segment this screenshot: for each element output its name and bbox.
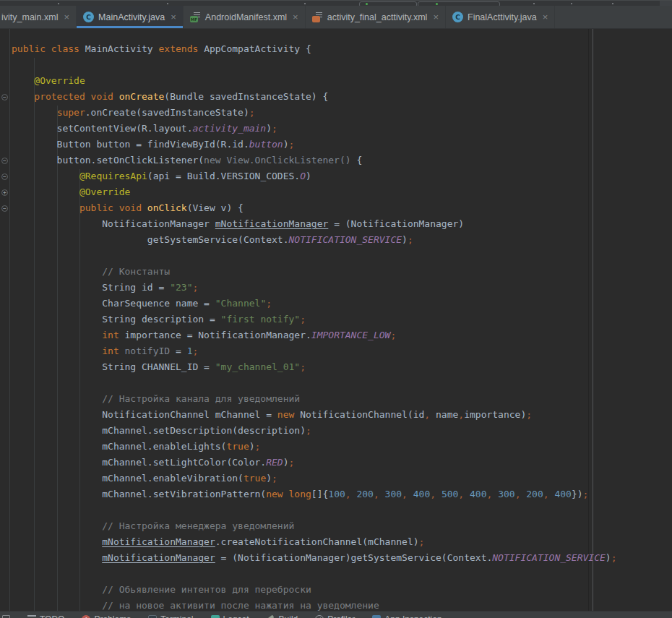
- android-studio-window: { "accent_colors": { "tab_underline": "#…: [0, 0, 672, 618]
- code-line: Button button = findViewById(R.id.button…: [0, 137, 672, 153]
- file-type-badge: [312, 16, 320, 22]
- tab-MainActivity.java[interactable]: CMainActivity.java×: [77, 6, 184, 28]
- class-file-icon: C: [452, 12, 463, 22]
- tab-FinalActtivity.java[interactable]: CFinalActtivity.java×: [446, 6, 555, 28]
- toolwindow-button-logcat[interactable]: Logcat: [211, 614, 249, 618]
- tab-label: MainActivity.java: [98, 12, 165, 22]
- tab-label: activity_final_acttivity.xml: [327, 12, 428, 22]
- code-line: mNotificationManager = (NotificationMana…: [0, 550, 672, 566]
- code-line: CharSequence name = "Channel";: [0, 296, 672, 312]
- code-line: String CHANNEL_ID = "my_channel_01";: [0, 359, 672, 375]
- toolwindow-button-build[interactable]: Build: [267, 614, 298, 618]
- tab-label: FinalActtivity.java: [468, 12, 537, 22]
- code-line: mChannel.enableVibration(true);: [0, 471, 672, 486]
- close-icon[interactable]: ×: [171, 12, 176, 22]
- tab-AndroidManifest.xml[interactable]: MFAndroidManifest.xml×: [184, 6, 306, 28]
- tab-ivity_main.xml[interactable]: ivity_main.xml×: [0, 6, 77, 28]
- code-line: // Обьявление интентов для переброски: [0, 582, 672, 598]
- code-line: public class MainActivity extends AppCom…: [0, 41, 672, 57]
- fold-toggle-icon[interactable]: +: [1, 189, 8, 196]
- code-line: public void onClick(View v) {: [0, 200, 672, 216]
- tab-activity_final_acttivity.xml[interactable]: activity_final_acttivity.xml×: [306, 6, 446, 28]
- code-editor[interactable]: −−−+− public class MainActivity extends …: [0, 29, 672, 618]
- inspection-icon: [372, 615, 381, 618]
- logcat-icon: [211, 615, 220, 618]
- file-type-badge: MF: [190, 16, 198, 22]
- fold-toggle-icon[interactable]: −: [1, 205, 8, 212]
- code-line: // Константы: [0, 264, 672, 280]
- close-icon[interactable]: ×: [543, 12, 548, 22]
- toolwindow-button-label: Terminal: [160, 614, 193, 618]
- code-line: String id = "23";: [0, 280, 672, 296]
- code-line: getSystemService(Context.NOTIFICATION_SE…: [0, 232, 672, 248]
- toolbar-dot: [571, 3, 572, 4]
- toolwindow-button-label: TODO: [40, 614, 64, 618]
- run-icon: [366, 3, 368, 5]
- main-toolbar-partial: [0, 0, 672, 6]
- close-icon[interactable]: ×: [433, 12, 439, 22]
- toolwindow-button-label: Build: [279, 614, 298, 618]
- code-line: mChannel.setLightColor(Color.RED);: [0, 455, 672, 471]
- toolwindow-button-terminal[interactable]: >Terminal: [148, 614, 193, 618]
- toolwindow-button-app-inspection[interactable]: App Inspection: [372, 614, 441, 618]
- code-line: NotificationManager mNotificationManager…: [0, 216, 672, 232]
- code-line: [0, 375, 672, 391]
- code-text[interactable]: public class MainActivity extends AppCom…: [0, 41, 672, 614]
- build-icon: [267, 615, 275, 618]
- close-icon[interactable]: ×: [64, 12, 70, 22]
- window-stripe-toggle-icon[interactable]: [2, 615, 10, 618]
- code-line: int notifyID = 1;: [0, 343, 672, 359]
- profiler-icon: [315, 615, 324, 618]
- code-line: mChannel.setVibrationPattern(new long[]{…: [0, 486, 672, 502]
- code-line: mNotificationManager.createNotificationC…: [0, 534, 672, 550]
- tab-label: AndroidManifest.xml: [205, 12, 287, 22]
- toolbar-dot: [58, 3, 59, 4]
- code-line: protected void onCreate(Bundle savedInst…: [0, 89, 672, 105]
- toolwindow-button-label: App Inspection: [384, 614, 441, 618]
- code-line: mChannel.setDescription(description);: [0, 423, 672, 439]
- fold-toggle-icon[interactable]: −: [1, 158, 8, 164]
- toolwindow-button-profiler[interactable]: Profiler: [315, 614, 355, 618]
- code-line: [0, 57, 672, 73]
- tab-label: ivity_main.xml: [1, 12, 59, 22]
- code-line: [0, 502, 672, 518]
- code-line: super.onCreate(savedInstanceState);: [0, 105, 672, 121]
- terminal-icon: >: [148, 615, 157, 618]
- toolwindow-button-label: Profiler: [327, 614, 355, 618]
- toolwindow-button-problems[interactable]: !Problems: [82, 614, 131, 618]
- todo-icon: [27, 615, 36, 618]
- code-line: // Настройка менеджера уведомлений: [0, 518, 672, 534]
- toolbar-dot: [304, 3, 306, 4]
- toolwindow-button-todo[interactable]: TODO: [27, 614, 64, 618]
- class-file-icon: C: [83, 12, 94, 22]
- code-line: // Настройка канала для уведомлений: [0, 391, 672, 407]
- code-line: button.setOnClickListener(new View.OnCli…: [0, 153, 672, 168]
- layout-file-icon: [312, 12, 323, 22]
- code-line: [0, 566, 672, 582]
- fold-toggle-icon[interactable]: −: [1, 173, 8, 180]
- code-line: @Override: [0, 73, 672, 89]
- toolbar-dot: [167, 3, 168, 4]
- code-line: NotificationChannel mChannel = new Notif…: [0, 407, 672, 423]
- problems-icon: !: [82, 615, 90, 618]
- toolwindow-button-label: Logcat: [223, 614, 249, 618]
- code-line: // на новое активити после нажатия на ув…: [0, 598, 672, 614]
- editor-tab-bar: ivity_main.xml×CMainActivity.java×MFAndr…: [0, 6, 672, 29]
- code-line: String description = "first notify";: [0, 312, 672, 327]
- code-line: @Override: [0, 184, 672, 200]
- manifest-file-icon: MF: [190, 12, 201, 22]
- close-icon[interactable]: ×: [293, 12, 298, 22]
- code-line: @RequiresApi(api = Build.VERSION_CODES.O…: [0, 168, 672, 184]
- toolbar-dot: [612, 3, 613, 4]
- device-status-icon: [436, 3, 438, 5]
- toolbar-dot: [533, 3, 535, 4]
- code-line: int importance = NotificationManager.IMP…: [0, 327, 672, 343]
- fold-toggle-icon[interactable]: −: [1, 94, 8, 100]
- code-line: [0, 248, 672, 264]
- toolwindow-button-label: Problems: [94, 614, 131, 618]
- code-line: mChannel.enableLights(true);: [0, 439, 672, 455]
- code-line: setContentView(R.layout.activity_main);: [0, 121, 672, 137]
